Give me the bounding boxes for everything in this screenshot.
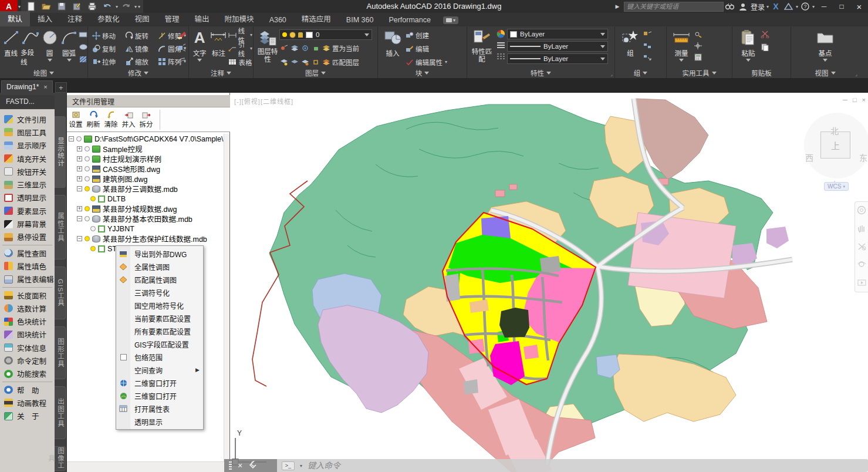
menu-envelope-extent[interactable]: 包络范围 xyxy=(116,350,203,363)
visibility-bulb-icon[interactable] xyxy=(90,226,96,231)
tab-parametric[interactable]: 参数化 xyxy=(90,11,127,26)
ungroup-icon[interactable] xyxy=(643,29,652,38)
hatch-tool-icon[interactable] xyxy=(79,55,87,63)
table-button[interactable]: 表格 xyxy=(228,56,253,68)
palette-item-color-block-stats[interactable]: 色块统计 xyxy=(0,315,55,328)
ribbon-display-toggle[interactable]: ▾ xyxy=(443,16,458,24)
tab-addins[interactable]: 附加模块 xyxy=(217,11,262,26)
palette-item-attribute-fill[interactable]: 属性填色 xyxy=(0,259,55,272)
tab-view[interactable]: 视图 xyxy=(127,11,157,26)
palette-item-transparent-display[interactable]: 透明显示 xyxy=(0,191,55,204)
file-tab-drawing1[interactable]: Drawing1* × xyxy=(1,80,53,93)
fillet-button[interactable]: 圆角▾ xyxy=(157,42,191,55)
map-drawing[interactable] xyxy=(230,93,868,472)
expand-icon[interactable]: + xyxy=(77,166,82,171)
command-bar-handle[interactable]: × xyxy=(224,459,277,472)
palette-item-screen-background[interactable]: 屏幕背景 xyxy=(0,217,55,230)
palette-item-attribute-query[interactable]: 属性查图 xyxy=(0,247,55,259)
calculator-icon[interactable] xyxy=(694,53,702,62)
tab-output[interactable]: 输出 xyxy=(187,11,217,26)
wcs-dropdown[interactable]: WCS▾ xyxy=(824,182,849,191)
base-point-button[interactable]: 基点 xyxy=(811,26,839,66)
ellipse-tool-icon[interactable] xyxy=(79,42,87,51)
expand-icon[interactable]: + xyxy=(77,206,82,211)
make-current-button[interactable]: 置为当前 xyxy=(279,42,372,54)
mirror-button[interactable]: 镜像 xyxy=(124,42,157,55)
panel-label-properties[interactable]: 特性⌟ xyxy=(467,68,614,77)
save-as-icon[interactable] xyxy=(70,1,84,12)
visibility-bulb-icon[interactable] xyxy=(85,206,90,211)
new-file-icon[interactable] xyxy=(24,1,38,12)
tab-default[interactable]: 默认 xyxy=(0,11,30,26)
tab-bim360[interactable]: BIM 360 xyxy=(339,14,381,26)
visibility-bulb-icon[interactable] xyxy=(85,216,90,221)
tree-row-urban-dwg[interactable]: + 某县部分城规数据.dwg xyxy=(67,204,224,214)
tree-row-building-dwg[interactable]: + 建筑例图.dwg xyxy=(67,174,224,184)
palette-tab-image-tools[interactable]: 图像工具 xyxy=(55,446,66,471)
menu-landuse-symbolize[interactable]: 国空用地符号化 xyxy=(116,299,203,312)
tree-row-ecoline-mdb[interactable]: − 某县部分生态保护红线数据.mdb xyxy=(67,234,224,244)
plot-icon[interactable] xyxy=(85,1,99,12)
lineweight-list-icon[interactable] xyxy=(497,41,505,49)
menu-survey-symbolize[interactable]: 三调符号化 xyxy=(116,286,203,299)
visibility-bulb-icon[interactable] xyxy=(85,156,90,161)
menu-match-attr-map[interactable]: 匹配属性调图 xyxy=(116,273,203,286)
palette-item-button-toggle[interactable]: 按钮开关 xyxy=(0,165,55,178)
merge-button[interactable]: 并入 xyxy=(120,107,137,132)
pan-icon[interactable] xyxy=(857,224,866,235)
tree-horizontal-scrollbar[interactable] xyxy=(67,461,230,472)
panel-label-view[interactable]: 视图⌟ xyxy=(791,68,859,77)
command-customize-icon[interactable] xyxy=(248,460,256,471)
visibility-bulb-icon[interactable] xyxy=(85,146,90,151)
panel-label-utilities[interactable]: 实用工具 xyxy=(667,68,732,77)
clear-button[interactable]: 清除 xyxy=(102,107,120,132)
color-wheel-icon[interactable] xyxy=(497,29,505,38)
visibility-bulb-icon[interactable] xyxy=(90,246,96,251)
viewcube-east-label[interactable]: 东 xyxy=(859,151,867,163)
navwheel-icon[interactable] xyxy=(857,205,866,217)
open-file-icon[interactable] xyxy=(39,1,53,12)
palette-tab-plot-tools[interactable]: 出图工具 xyxy=(55,386,66,439)
array-button[interactable]: 阵列▾ xyxy=(157,55,191,68)
group-button[interactable]: 组 xyxy=(617,26,643,66)
panel-label-block[interactable]: 块 xyxy=(378,68,467,77)
panel-label-group[interactable]: 组 xyxy=(615,68,666,77)
copy-clip-icon[interactable] xyxy=(761,43,769,52)
palette-item-layer-tools[interactable]: 图层工具 xyxy=(0,126,55,139)
undo-icon[interactable] xyxy=(100,1,114,12)
expand-icon[interactable]: + xyxy=(77,176,82,181)
restore-button[interactable]: □ xyxy=(833,0,850,13)
linetype-dropdown[interactable]: ByLayer xyxy=(507,53,608,64)
stretch-button[interactable]: 拉伸 xyxy=(92,55,124,68)
sign-in-button[interactable]: 登录 xyxy=(751,2,765,12)
tab-performance[interactable]: Performance xyxy=(381,14,438,26)
minimize-button[interactable]: ─ xyxy=(815,0,833,13)
menu-open-3d-window[interactable]: 三维窗口打开 xyxy=(116,389,203,402)
scale-button[interactable]: 缩放 xyxy=(124,55,157,68)
tree-row-root[interactable]: − D:\FastSoft\GPCADKX64 V7.0\Sample\ xyxy=(67,134,224,144)
collapse-icon[interactable]: − xyxy=(69,136,74,141)
base-point-dropdown-icon[interactable] xyxy=(823,59,828,62)
palette-item-file-reference[interactable]: 文件引用 xyxy=(0,113,55,126)
tree-row-sample[interactable]: + Sample控规 xyxy=(67,144,224,154)
arc-dropdown-icon[interactable] xyxy=(67,59,72,62)
measure-dropdown-icon[interactable] xyxy=(679,59,684,62)
expand-icon[interactable]: + xyxy=(77,146,82,151)
menu-open-attr-table[interactable]: 打开属性表 xyxy=(116,402,203,415)
visibility-bulb-icon[interactable] xyxy=(85,166,90,171)
menu-gis-field-match[interactable]: GIS字段匹配设置 xyxy=(116,338,203,350)
orbit-icon[interactable] xyxy=(857,260,866,271)
quick-select-icon[interactable] xyxy=(694,29,702,38)
move-button[interactable]: 移动 xyxy=(92,29,124,42)
user-icon[interactable] xyxy=(737,1,749,12)
palette-item-about[interactable]: 关 于 xyxy=(0,410,55,423)
group-select-icon[interactable] xyxy=(643,53,652,62)
apps-dropdown-icon[interactable]: ▾ xyxy=(796,4,798,9)
showmotion-icon[interactable] xyxy=(857,278,866,288)
polyline-button[interactable]: 多段线 xyxy=(21,26,40,66)
palette-item-length-area[interactable]: 长度面积 xyxy=(0,289,55,302)
visibility-bulb-icon[interactable] xyxy=(85,186,90,191)
palette-item-command-custom[interactable]: 命令定制 xyxy=(0,354,55,367)
tree-row-dltb[interactable]: DLTB xyxy=(67,194,224,204)
visibility-bulb-icon[interactable] xyxy=(85,176,90,181)
